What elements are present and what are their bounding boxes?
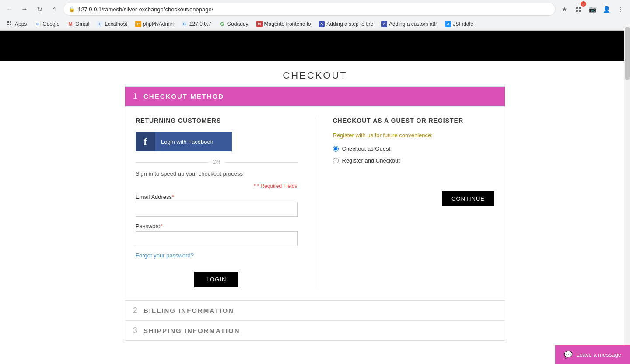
- extensions-icon[interactable]: 2: [572, 3, 584, 15]
- google-favicon: G: [35, 21, 41, 27]
- bookmark-jsfiddle[interactable]: J JSFiddle: [441, 20, 477, 28]
- password-input[interactable]: [136, 231, 298, 246]
- returning-customers-col: RETURNING CUSTOMERS f Login with Faceboo…: [136, 117, 315, 287]
- svg-rect-6: [7, 24, 9, 25]
- bookmark-adding-attr-label: Adding a custom attr: [389, 21, 437, 27]
- svg-rect-2: [576, 10, 578, 12]
- required-fields-note: * * Required Fields: [136, 183, 298, 189]
- step-3-number: 3: [133, 326, 137, 335]
- password-label: Password*: [136, 223, 298, 229]
- checkout-guest-option: Checkout as Guest: [333, 146, 495, 152]
- bookmark-127-label: 127.0.0.7: [189, 21, 211, 27]
- checkout-guest-radio[interactable]: [333, 146, 339, 152]
- password-required-marker: *: [161, 223, 163, 229]
- camera-icon[interactable]: 📷: [586, 3, 598, 15]
- login-button[interactable]: LOGIN: [194, 272, 238, 287]
- step-1-container: 1 CHECKOUT METHOD RETURNING CUSTOMERS f …: [125, 86, 505, 301]
- svg-rect-1: [579, 7, 581, 9]
- register-checkout-label[interactable]: Register and Checkout: [342, 157, 400, 164]
- gmail-favicon: M: [67, 21, 74, 27]
- step-3-container: 3 SHIPPING INFORMATION: [125, 321, 505, 341]
- email-required-marker: *: [172, 194, 174, 200]
- step-2-title: BILLING INFORMATION: [144, 307, 234, 314]
- step-3-header[interactable]: 3 SHIPPING INFORMATION: [125, 321, 505, 340]
- page-title: CHECKOUT: [125, 70, 505, 86]
- svg-rect-5: [10, 21, 11, 23]
- bookmark-localhost-label: Localhost: [105, 21, 127, 27]
- bookmark-godaddy[interactable]: G Godaddy: [216, 20, 252, 28]
- guest-register-col: CHECKOUT AS A GUEST OR REGISTER Register…: [315, 117, 495, 287]
- bookmark-apps-label: Apps: [15, 21, 27, 27]
- magento-favicon: M: [256, 21, 262, 27]
- email-input[interactable]: [136, 202, 298, 217]
- phpmyadmin-favicon: P: [135, 21, 141, 27]
- bookmark-adding-step[interactable]: A Adding a step to the: [315, 20, 377, 28]
- or-divider: OR: [136, 159, 298, 165]
- bookmark-magento[interactable]: M Magento frontend lo: [253, 20, 315, 28]
- bookmark-localhost[interactable]: L Localhost: [93, 20, 130, 28]
- continue-button[interactable]: CONTINUE: [442, 191, 494, 206]
- bookmark-star-icon[interactable]: ★: [558, 3, 570, 15]
- godaddy-favicon: G: [219, 21, 225, 27]
- step-1-number: 1: [133, 92, 137, 101]
- register-checkout-option: Register and Checkout: [333, 157, 495, 164]
- facebook-icon-box: f: [136, 132, 155, 151]
- scrollbar[interactable]: [624, 26, 630, 347]
- browser-chrome: ← → ↻ ⌂ 🔒 127.0.0.1/ramesh/sliver-exchan…: [0, 0, 630, 31]
- step-2-header[interactable]: 2 BILLING INFORMATION: [125, 301, 505, 320]
- forgot-password-link[interactable]: Forgot your password?: [136, 252, 194, 259]
- checkout-guest-label[interactable]: Checkout as Guest: [342, 146, 391, 152]
- bookmark-phpmyadmin-label: phpMyAdmin: [143, 21, 174, 27]
- home-button[interactable]: ⌂: [48, 3, 60, 15]
- bookmark-magento-label: Magento frontend lo: [264, 21, 311, 27]
- bookmark-google-label: Google: [42, 21, 60, 27]
- svg-rect-4: [7, 21, 9, 23]
- step-1-header[interactable]: 1 CHECKOUT METHOD: [125, 87, 505, 106]
- bookmark-google[interactable]: G Google: [31, 20, 63, 28]
- password-field-group: Password*: [136, 223, 298, 246]
- 127-favicon: B: [182, 21, 188, 27]
- bookmark-adding-attr[interactable]: A Adding a custom attr: [378, 20, 441, 28]
- bookmark-jsfiddle-label: JSFiddle: [453, 21, 473, 27]
- step-1-content: RETURNING CUSTOMERS f Login with Faceboo…: [125, 106, 505, 300]
- account-icon[interactable]: 👤: [600, 3, 612, 15]
- browser-toolbar: ← → ↻ ⌂ 🔒 127.0.0.1/ramesh/sliver-exchan…: [0, 0, 630, 18]
- lock-icon: 🔒: [69, 6, 75, 12]
- bookmark-gmail[interactable]: M Gmail: [64, 20, 92, 28]
- sign-in-text: Sign in to speed up your checkout proces…: [136, 170, 298, 177]
- chat-icon: 💬: [564, 350, 573, 358]
- leave-message-button[interactable]: 💬 Leave a message: [555, 345, 630, 358]
- apps-favicon: [7, 21, 13, 27]
- back-button[interactable]: ←: [4, 3, 16, 15]
- site-header: [0, 31, 630, 61]
- localhost-favicon: L: [97, 21, 103, 27]
- bookmark-127[interactable]: B 127.0.0.7: [178, 20, 215, 28]
- email-label: Email Address*: [136, 194, 298, 200]
- address-bar[interactable]: 🔒 127.0.0.1/ramesh/sliver-exchange/check…: [63, 3, 556, 16]
- scrollbar-thumb[interactable]: [625, 27, 630, 80]
- or-text: OR: [208, 159, 225, 165]
- reload-button[interactable]: ↻: [33, 3, 46, 15]
- svg-rect-7: [10, 24, 11, 25]
- adding-attr-favicon: A: [381, 21, 387, 27]
- url-text: 127.0.0.1/ramesh/sliver-exchange/checkou…: [78, 6, 213, 13]
- leave-message-label: Leave a message: [576, 351, 621, 358]
- browser-right-icons: ★ 2 📷 👤 ⋮: [558, 3, 626, 15]
- forward-button[interactable]: →: [18, 3, 31, 15]
- step-2-container: 2 BILLING INFORMATION: [125, 301, 505, 321]
- adding-step-favicon: A: [318, 21, 325, 27]
- bookmark-godaddy-label: Godaddy: [227, 21, 248, 27]
- facebook-login-button[interactable]: f Login with Facebook: [136, 132, 232, 151]
- bookmark-phpmyadmin[interactable]: P phpMyAdmin: [132, 20, 177, 28]
- checkout-method-cols: RETURNING CUSTOMERS f Login with Faceboo…: [136, 117, 494, 287]
- page-content: CHECKOUT 1 CHECKOUT METHOD RETURNING CUS…: [125, 61, 505, 358]
- svg-rect-3: [579, 10, 581, 12]
- jsfiddle-favicon: J: [445, 21, 451, 27]
- bookmark-apps[interactable]: Apps: [4, 20, 30, 28]
- facebook-f-icon: f: [144, 137, 147, 147]
- menu-icon[interactable]: ⋮: [614, 3, 626, 15]
- facebook-login-label: Login with Facebook: [155, 139, 219, 145]
- register-checkout-radio[interactable]: [333, 158, 339, 163]
- step-3-title: SHIPPING INFORMATION: [144, 327, 240, 334]
- svg-rect-0: [576, 7, 578, 9]
